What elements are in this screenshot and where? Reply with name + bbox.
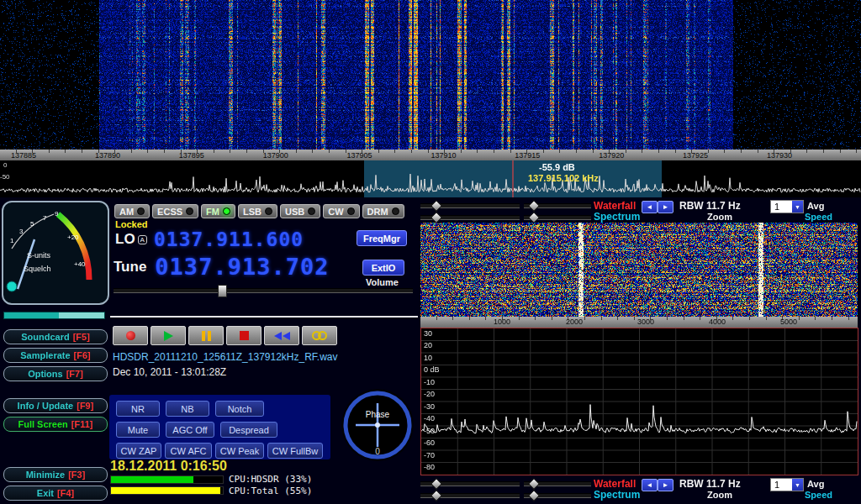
- overview-spectrum[interactable]: [0, 160, 861, 197]
- band-left-button[interactable]: ◄: [642, 201, 658, 213]
- nb-button[interactable]: NB: [166, 401, 209, 417]
- pause-icon: [202, 331, 211, 341]
- spectrum-range-slider[interactable]: [524, 215, 591, 220]
- rewind-icon: [273, 332, 290, 340]
- info-update-button[interactable]: Info / Update [F9]: [3, 398, 108, 413]
- mute-button[interactable]: Mute: [116, 422, 160, 438]
- waterfall-contrast-slider[interactable]: [524, 203, 591, 208]
- audio-tick-label: 3000: [629, 318, 663, 326]
- db-label: -80: [424, 463, 435, 471]
- smeter-tick-1: 1: [10, 237, 14, 244]
- pause-button[interactable]: [188, 326, 224, 345]
- audio-waterfall[interactable]: [420, 223, 858, 317]
- options-key: [F7]: [66, 369, 83, 379]
- avg-select[interactable]: 1 ▼: [770, 478, 804, 491]
- loop-button[interactable]: [302, 326, 337, 345]
- waterfall-brightness-slider[interactable]: [420, 203, 520, 208]
- notch-button[interactable]: Notch: [215, 401, 264, 417]
- lo-frequency-display[interactable]: 0137.911.600: [154, 228, 304, 250]
- band-right-button[interactable]: ►: [658, 479, 673, 491]
- waterfall-contrast-slider[interactable]: [524, 481, 591, 486]
- phase-value: 0: [375, 447, 380, 456]
- spectrum-offset-slider[interactable]: [420, 493, 520, 498]
- tune-label: Tune: [114, 259, 146, 276]
- cw-fullbw-button[interactable]: CW FullBw: [267, 443, 323, 459]
- cw-zap-button[interactable]: CW ZAP: [116, 443, 161, 459]
- extio-button[interactable]: ExtIO: [362, 260, 404, 276]
- smeter-tick-3: 3: [19, 228, 24, 235]
- lo-row: LO A 0137.911.600: [115, 228, 304, 250]
- spectrum-tab[interactable]: Spectrum: [594, 489, 640, 501]
- avg-select[interactable]: 1 ▼: [770, 200, 804, 213]
- main-waterfall[interactable]: [0, 0, 861, 150]
- display-controls-top: Waterfall ◄ ► RBW 11.7 Hz 1 ▼ Avg Spectr…: [0, 200, 861, 223]
- avg-select-value: 1: [771, 201, 792, 213]
- frequency-scale[interactable]: 137885 137890 137895 137900 137905 13791…: [0, 150, 861, 160]
- slider-thumb[interactable]: [430, 478, 442, 490]
- cw-afc-button[interactable]: CW AFC: [165, 443, 212, 459]
- phase-indicator: Phase 0: [340, 387, 415, 463]
- record-icon: [126, 331, 135, 340]
- freqmgr-button[interactable]: FreqMgr: [357, 230, 407, 246]
- waterfall-tab[interactable]: Waterfall: [594, 478, 636, 490]
- play-button[interactable]: [151, 326, 186, 345]
- squelch-knob[interactable]: [7, 281, 17, 291]
- slider-thumb[interactable]: [430, 212, 442, 223]
- cw-peak-button[interactable]: CW Peak: [215, 443, 264, 459]
- datetime-display: 18.12.2011 0:16:50: [110, 459, 227, 474]
- select-arrow-icon: ▼: [792, 479, 803, 491]
- slider-thumb[interactable]: [528, 490, 540, 501]
- full-screen-label: Full Screen: [18, 419, 68, 429]
- waterfall-tab[interactable]: Waterfall: [594, 200, 636, 212]
- soundcard-key: [F5]: [73, 332, 90, 342]
- db-label: -70: [424, 451, 435, 459]
- band-left-button[interactable]: ◄: [642, 479, 658, 491]
- recording-filename: HDSDR_20111210_125611Z_137912kHz_RF.wav: [113, 351, 338, 363]
- slider-thumb[interactable]: [528, 200, 540, 212]
- full-screen-button[interactable]: Full Screen [F11]: [3, 417, 108, 432]
- spectrum-tab[interactable]: Spectrum: [594, 211, 640, 223]
- despread-button[interactable]: Despread: [220, 422, 277, 438]
- spectrum-range-slider[interactable]: [524, 493, 591, 498]
- nr-button[interactable]: NR: [116, 401, 160, 417]
- slider-thumb[interactable]: [430, 200, 442, 212]
- volume-slider[interactable]: [114, 288, 413, 293]
- full-screen-key: [F11]: [71, 419, 93, 429]
- samplerate-label: Samplerate: [20, 350, 70, 360]
- soundcard-button[interactable]: Soundcard [F5]: [3, 329, 108, 344]
- record-progress-line: [110, 316, 418, 318]
- agc-off-button[interactable]: AGC Off: [166, 422, 214, 438]
- overview-axis-0: 0: [3, 161, 7, 169]
- audio-spectrum-canvas[interactable]: [421, 328, 858, 475]
- tune-row: Tune 0137.913.702: [114, 254, 329, 280]
- audio-frequency-scale[interactable]: 1000 2000 3000 4000 5000: [420, 317, 858, 328]
- slider-thumb[interactable]: [528, 478, 540, 490]
- waterfall-brightness-slider[interactable]: [420, 481, 520, 486]
- display-controls-bottom: Waterfall ◄ ► RBW 11.7 Hz 1 ▼ Avg Spectr…: [0, 478, 861, 501]
- db-label: -10: [424, 378, 435, 386]
- slider-thumb[interactable]: [528, 212, 540, 223]
- vfo-a-badge[interactable]: A: [138, 235, 147, 244]
- volume-slider-thumb[interactable]: [218, 285, 227, 297]
- recording-timestamp: Dec 10, 2011 - 13:01:28Z: [113, 366, 226, 378]
- avg-select-value: 1: [771, 479, 792, 491]
- squelch-label: Squelch: [24, 265, 51, 273]
- slider-thumb[interactable]: [430, 490, 442, 501]
- options-button[interactable]: Options [F7]: [3, 366, 108, 381]
- soundcard-label: Soundcard: [21, 332, 69, 342]
- samplerate-button[interactable]: Samplerate [F6]: [3, 348, 108, 363]
- info-update-label: Info / Update: [18, 401, 74, 411]
- db-label: 30: [424, 329, 432, 338]
- band-right-button[interactable]: ►: [658, 201, 673, 213]
- tune-frequency-display[interactable]: 0137.913.702: [155, 254, 329, 280]
- cursor-db-readout: -55.9 dB: [539, 162, 575, 172]
- record-button[interactable]: [113, 326, 148, 345]
- transport-controls: [113, 326, 337, 345]
- avg-label: Avg: [807, 479, 824, 489]
- spectrum-offset-slider[interactable]: [420, 215, 520, 220]
- smeter-level-bar: [3, 312, 105, 319]
- audio-spectrum[interactable]: 30 20 10 0 dB -10 -20 -30 -40 -50 -60 -7…: [420, 328, 858, 475]
- rewind-button[interactable]: [264, 326, 299, 345]
- stop-button[interactable]: [226, 326, 261, 345]
- db-label: -50: [424, 427, 435, 435]
